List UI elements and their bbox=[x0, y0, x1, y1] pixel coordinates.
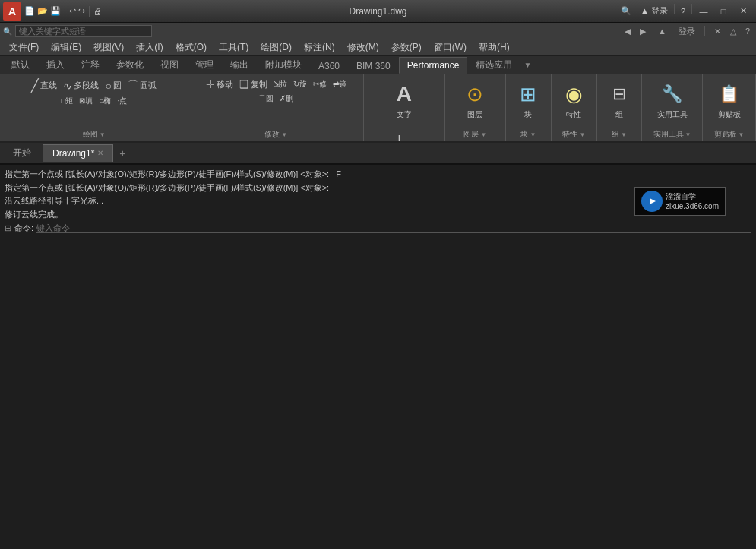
utilities-label: 实用工具 bbox=[657, 109, 688, 120]
tab-featured[interactable]: 精选应用 bbox=[467, 55, 520, 74]
open-icon[interactable]: 📂 bbox=[37, 6, 48, 16]
tab-parametric[interactable]: 参数化 bbox=[108, 55, 152, 74]
clipboard-group-title[interactable]: 剪贴板 ▼ bbox=[714, 128, 745, 140]
help-btn[interactable]: ? bbox=[742, 27, 753, 36]
ribbon-group-block: ⊞ 块 块 ▼ bbox=[506, 74, 552, 141]
properties-btn[interactable]: ◉ 特性 bbox=[554, 77, 593, 121]
redo-icon[interactable]: ↪ bbox=[78, 6, 85, 16]
menu-dim[interactable]: 标注(N) bbox=[298, 39, 341, 55]
menu-insert[interactable]: 插入(I) bbox=[130, 39, 169, 55]
menu-view[interactable]: 视图(V) bbox=[87, 39, 130, 55]
modify-title-label: 修改 bbox=[264, 129, 280, 140]
watermark-url: zixue.3d66.com bbox=[666, 201, 719, 211]
menu-help[interactable]: 帮助(H) bbox=[473, 39, 516, 55]
clipboard-btn[interactable]: 📋 剪贴板 bbox=[710, 77, 749, 121]
help-icon[interactable]: ? bbox=[676, 4, 690, 19]
layer-group-title[interactable]: 图层 ▼ bbox=[463, 128, 486, 140]
close-btn[interactable]: ✕ bbox=[733, 4, 753, 19]
menu-format[interactable]: 格式(O) bbox=[169, 39, 213, 55]
tab-default[interactable]: 默认 bbox=[3, 55, 38, 74]
search-input[interactable] bbox=[15, 25, 152, 37]
menu-window[interactable]: 窗口(W) bbox=[428, 39, 473, 55]
block-btn[interactable]: ⊞ 块 bbox=[508, 77, 548, 121]
ellipse-btn[interactable]: ○椭 bbox=[96, 95, 113, 107]
tab-view[interactable]: 视图 bbox=[152, 55, 187, 74]
command-input[interactable] bbox=[36, 223, 751, 233]
clipboard-expand-icon: ▼ bbox=[739, 131, 745, 138]
plot-icon[interactable]: 🖨 bbox=[93, 7, 102, 16]
tab-addons[interactable]: 附加模块 bbox=[257, 55, 310, 74]
ribbon-group-annotation: A 文字 ⊢ 标注 注释 ▼ bbox=[364, 74, 445, 141]
tab-insert[interactable]: 插入 bbox=[38, 55, 73, 74]
title-bar: A 📄 📂 💾 ↩ ↪ 🖨 Drawing1.dwg 🔍 ▲ 登录 ? — □ … bbox=[0, 0, 756, 23]
stretch-btn[interactable]: ⇲拉 bbox=[271, 77, 289, 91]
ribbon-expand-icon[interactable]: ▼ bbox=[524, 61, 531, 69]
new-icon[interactable]: 📄 bbox=[24, 6, 35, 16]
point-btn[interactable]: ·点 bbox=[115, 95, 129, 107]
doc-tab-start[interactable]: 开始 bbox=[3, 143, 41, 163]
block-label: 块 bbox=[524, 109, 532, 120]
cmd-expand-icon[interactable]: ⊞ bbox=[5, 223, 11, 233]
group-btn[interactable]: ⊟ 组 bbox=[599, 77, 639, 121]
menu-edit[interactable]: 编辑(E) bbox=[45, 39, 87, 55]
properties-icon: ◉ bbox=[558, 79, 589, 109]
undo-icon[interactable]: ↩ bbox=[69, 6, 76, 16]
search-shortcut[interactable]: 🔍 bbox=[616, 4, 636, 19]
menu-draw[interactable]: 绘图(D) bbox=[255, 39, 298, 55]
hatch-btn[interactable]: ⊠填 bbox=[77, 95, 95, 107]
text-btn[interactable]: A 文字 bbox=[384, 77, 424, 121]
tab-manage[interactable]: 管理 bbox=[187, 55, 222, 74]
draw-line-btn[interactable]: ╱ 直线 bbox=[29, 77, 59, 93]
maximize-btn[interactable]: □ bbox=[713, 4, 733, 19]
drawing1-close-btn[interactable]: ✕ bbox=[97, 149, 103, 157]
modify-group-title[interactable]: 修改 ▼ bbox=[264, 128, 287, 140]
menu-file[interactable]: 文件(F) bbox=[3, 39, 45, 55]
cmd-line-1: 指定第一个点或 [弧长(A)/对象(O)/矩形(R)/多边形(P)/徒手画(F)… bbox=[5, 168, 751, 181]
dim-btn[interactable]: ⊢ 标注 bbox=[384, 123, 424, 143]
line-label: 直线 bbox=[40, 80, 57, 91]
trim-btn[interactable]: ✂修 bbox=[311, 77, 329, 91]
save-icon[interactable]: 💾 bbox=[50, 6, 61, 16]
sign-icon[interactable]: ✕ bbox=[711, 27, 724, 36]
tab-bim360[interactable]: BIM 360 bbox=[348, 58, 399, 74]
nav-prev-icon[interactable]: ◀ bbox=[622, 27, 634, 36]
rect-btn[interactable]: □矩 bbox=[59, 95, 75, 107]
sep2 bbox=[89, 6, 90, 17]
menu-modify[interactable]: 修改(M) bbox=[341, 39, 385, 55]
groups-group-title[interactable]: 组 ▼ bbox=[612, 128, 627, 140]
menu-param[interactable]: 参数(P) bbox=[385, 39, 428, 55]
login-label[interactable]: 登录 bbox=[675, 26, 698, 37]
draw-circle-btn[interactable]: ○ 圆 bbox=[103, 77, 123, 93]
doc-tab-drawing1[interactable]: Drawing1* ✕ bbox=[43, 144, 113, 162]
rotate-btn[interactable]: ↻旋 bbox=[291, 77, 309, 91]
block-group-title[interactable]: 块 ▼ bbox=[520, 128, 536, 140]
menu-tools[interactable]: 工具(T) bbox=[213, 39, 255, 55]
tab-performance[interactable]: Performance bbox=[399, 57, 468, 74]
tab-annotation[interactable]: 注释 bbox=[73, 55, 108, 74]
new-tab-btn[interactable]: + bbox=[115, 146, 130, 161]
triangle-icon[interactable]: △ bbox=[727, 27, 739, 36]
utilities-group-title[interactable]: 实用工具 ▼ bbox=[653, 128, 691, 140]
draw-arc-btn[interactable]: ⌒ 圆弧 bbox=[125, 77, 159, 93]
login-btn[interactable]: ▲ 登录 bbox=[636, 4, 672, 19]
layer-btn[interactable]: ⊙ 图层 bbox=[455, 77, 495, 121]
erase-btn[interactable]: ✗删 bbox=[277, 93, 296, 105]
drawing-container: [-][俯视][二维线框] Y X bbox=[0, 164, 756, 549]
utilities-btn[interactable]: 🔧 实用工具 bbox=[653, 77, 692, 121]
copy-btn[interactable]: ❑ 复制 bbox=[237, 77, 270, 91]
group-label: 组 bbox=[615, 109, 623, 120]
fillet-btn[interactable]: ⌒圆 bbox=[256, 93, 276, 105]
draw-group-title[interactable]: 绘图 ▼ bbox=[83, 128, 106, 140]
move-btn[interactable]: ✛ 移动 bbox=[204, 77, 236, 91]
utilities-tools: 🔧 实用工具 bbox=[653, 77, 692, 128]
layer-title-label: 图层 bbox=[463, 129, 479, 140]
draw-polyline-btn[interactable]: ∿ 多段线 bbox=[61, 77, 101, 93]
tab-output[interactable]: 输出 bbox=[222, 55, 257, 74]
minimize-btn[interactable]: — bbox=[694, 4, 713, 19]
tab-a360[interactable]: A360 bbox=[310, 58, 348, 74]
search-bar: 🔍 ◀ ▶ ▲ 登录 ✕ △ ? bbox=[0, 23, 756, 39]
mirror-btn[interactable]: ⇌镜 bbox=[331, 77, 349, 91]
properties-group-title[interactable]: 特性 ▼ bbox=[562, 128, 585, 140]
ribbon-group-groups: ⊟ 组 组 ▼ bbox=[597, 74, 642, 141]
nav-next-icon[interactable]: ▶ bbox=[637, 27, 649, 36]
